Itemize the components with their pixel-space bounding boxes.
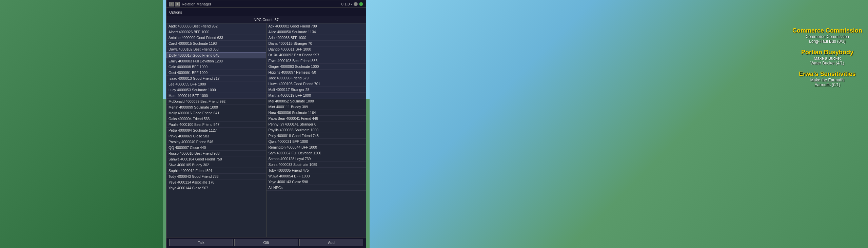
npc-right-item-5[interactable]: Dr. Xu 4000092 Best Friend 997 — [267, 52, 366, 58]
npc-right-item-28[interactable]: All NPCs — [267, 185, 366, 191]
npc-right-item-6[interactable]: Erwa 4000103 Best Friend 836 — [267, 58, 366, 64]
add-button[interactable]: Add — [299, 239, 363, 246]
quest-subtitle-1: Make a Bucket — [790, 56, 865, 61]
title-bar-icons: ≡ ⊕ — [169, 2, 180, 6]
quest-title-1[interactable]: Portian Busybody — [790, 49, 865, 56]
title-bar-left: ≡ ⊕ Relation Manager — [169, 2, 211, 6]
npc-left-item-5[interactable]: Dolly 4000017 Good Friend 645 — [166, 52, 266, 58]
title-bar-right: 0.1.0 - — [341, 2, 363, 6]
npc-left-item-19[interactable]: Pinky 4000069 Close 583 — [166, 133, 266, 139]
npc-right-item-24[interactable]: Sonia 4000033 Soulmate 1059 — [267, 162, 366, 168]
npc-left-item-22[interactable]: Russo 4000010 Best Friend 988 — [166, 151, 266, 156]
npc-left-item-8[interactable]: Gust 4000091 BFF 1000 — [166, 70, 266, 76]
npc-right-item-11[interactable]: Mali 4000117 Stranger 28 — [267, 87, 366, 93]
npc-left-item-12[interactable]: Mars 4000014 BFF 1000 — [166, 93, 266, 99]
npc-right-item-13[interactable]: Mei 4000052 Soulmate 1000 — [267, 98, 366, 104]
npc-right-item-10[interactable]: Liuwa 4000106 Good Friend 701 — [267, 81, 366, 87]
left-background — [0, 0, 163, 248]
npc-left-column: Aadit 4000038 Best Friend 952Albert 4000… — [166, 23, 267, 237]
npc-right-item-18[interactable]: Phyllis 4000035 Soulmate 1000 — [267, 127, 366, 133]
npc-left-item-21[interactable]: QQ 4000007 Close 440 — [166, 145, 266, 151]
npc-left-item-23[interactable]: Sanwa 4000104 Good Friend 750 — [166, 156, 266, 162]
npc-left-item-28[interactable]: Yoyo 4000144 Close 567 — [166, 185, 266, 191]
npc-right-item-15[interactable]: Nora 4000006 Soulmate 1164 — [267, 110, 366, 116]
npc-left-item-17[interactable]: Paulie 4000100 Best Friend 947 — [166, 122, 266, 128]
npc-right-item-1[interactable]: Alice 4000050 Soulmate 1134 — [267, 29, 366, 35]
npc-right-item-8[interactable]: Higgins 4000097 Nemesis -50 — [267, 70, 366, 75]
npc-right-item-27[interactable]: Yoyo 4000143 Close 598 — [267, 179, 366, 185]
world-icon[interactable]: ⊕ — [175, 2, 180, 6]
npc-count-bar: NPC Count: 57 — [166, 16, 366, 23]
quest-title-0[interactable]: Commerce Commission — [790, 27, 865, 34]
quest-item-2: Earmuffs (0/1) — [790, 82, 865, 87]
bottom-buttons: TalkGiftAdd — [166, 237, 366, 248]
npc-left-item-11[interactable]: Lucy 4000053 Soulmate 1000 — [166, 87, 266, 93]
npc-right-column: Ack 4000002 Good Friend 709Alice 4000050… — [267, 23, 366, 237]
npc-left-item-6[interactable]: Emily 4000003 Full Devotion 1200 — [166, 58, 266, 64]
npc-right-item-22[interactable]: Sam 4000067 Full Devotion 1200 — [267, 150, 366, 156]
quest-title-2[interactable]: Erwa's Sensitivities — [790, 71, 865, 78]
talk-button[interactable]: Talk — [169, 239, 233, 246]
quest-panel: Commerce Commission Commerce Commission … — [787, 0, 868, 248]
npc-left-item-13[interactable]: McDonald 4000059 Best Friend 992 — [166, 99, 266, 104]
quest-item-0: Long-Haul Bus (0/3) — [790, 39, 865, 44]
options-link[interactable]: Options — [169, 10, 182, 14]
npc-left-item-1[interactable]: Albert 4000026 BFF 1000 — [166, 29, 266, 35]
npc-right-item-14[interactable]: Mint 4000111 Buddy 389 — [267, 104, 366, 110]
quest-subtitle-0: Commerce Commission — [790, 34, 865, 39]
npc-right-item-2[interactable]: Arlo 4000063 BFF 1000 — [267, 35, 366, 41]
menu-icon[interactable]: ≡ — [169, 2, 174, 6]
npc-left-item-16[interactable]: Oaks 4000004 Friend 533 — [166, 116, 266, 122]
npc-left-item-2[interactable]: Antoine 4000009 Good Friend 633 — [166, 35, 266, 41]
minimize-button[interactable] — [359, 2, 363, 6]
npc-right-item-17[interactable]: Penny (?) 4000141 Stranger 0 — [267, 121, 366, 127]
quest-section-1: Portian Busybody Make a Bucket Water Buc… — [790, 49, 865, 65]
npc-right-item-23[interactable]: Scraps 4000128 Loyal 739 — [267, 156, 366, 162]
npc-left-item-9[interactable]: Isaac 4000013 Good Friend 717 — [166, 76, 266, 81]
npc-right-item-20[interactable]: Qiwa 4000021 BFF 1000 — [267, 139, 366, 145]
npc-left-item-18[interactable]: Petra 4000094 Soulmate 1127 — [166, 128, 266, 133]
npc-right-item-16[interactable]: Papa Bear 4000041 Friend 448 — [267, 116, 366, 121]
npc-right-item-3[interactable]: Diana 4000115 Stranger 70 — [267, 41, 366, 46]
options-bar: Options — [166, 8, 366, 16]
npc-left-item-10[interactable]: Lee 4000055 BFF 1000 — [166, 81, 266, 87]
separator: - — [351, 2, 352, 6]
gift-button[interactable]: Gift — [234, 239, 298, 246]
quest-subtitle-2: Make the Earmuffs — [790, 78, 865, 82]
npc-right-item-7[interactable]: Ginger 4000093 Soulmate 1000 — [267, 64, 366, 70]
npc-right-item-4[interactable]: Django 4000011 BFF 1000 — [267, 46, 366, 52]
npc-left-item-25[interactable]: Sophie 4000012 Friend 591 — [166, 168, 266, 174]
npc-left-item-4[interactable]: Dawa 4000102 Best Friend 853 — [166, 46, 266, 52]
quest-section-0: Commerce Commission Commerce Commission … — [790, 27, 865, 44]
version-text: 0.1.0 — [341, 2, 350, 6]
npc-right-item-0[interactable]: Ack 4000002 Good Friend 709 — [267, 23, 366, 29]
quest-section-2: Erwa's Sensitivities Make the Earmuffs E… — [790, 71, 865, 87]
npc-count-value: 57 — [275, 18, 279, 22]
npc-left-item-20[interactable]: Presley 4000040 Friend 546 — [166, 139, 266, 145]
npc-right-item-25[interactable]: Toby 4000005 Friend 475 — [267, 168, 366, 173]
npc-right-item-19[interactable]: Polly 4000018 Good Friend 748 — [267, 133, 366, 139]
npc-left-item-26[interactable]: Tody 4000043 Good Friend 788 — [166, 174, 266, 179]
npc-left-item-27[interactable]: Yeye 4000114 Associate 176 — [166, 179, 266, 185]
npc-left-item-14[interactable]: Merlin 4000099 Soulmate 1000 — [166, 104, 266, 110]
window-title: Relation Manager — [182, 2, 211, 6]
npc-count-label: NPC Count: — [254, 18, 274, 22]
title-bar: ≡ ⊕ Relation Manager 0.1.0 - — [166, 0, 366, 8]
npc-left-item-7[interactable]: Gale 4000008 BFF 1000 — [166, 64, 266, 70]
npc-right-item-12[interactable]: Martha 4000019 BFF 1000 — [267, 93, 366, 98]
npc-left-item-24[interactable]: Siwa 4000105 Buddy 302 — [166, 162, 266, 168]
npc-right-item-26[interactable]: Wuwa 4000054 BFF 1000 — [267, 173, 366, 179]
relation-manager-window: ≡ ⊕ Relation Manager 0.1.0 - Options NPC… — [166, 0, 366, 248]
npc-right-item-9[interactable]: Jack 4000098 Friend 579 — [267, 75, 366, 81]
npc-right-item-21[interactable]: Remington 4000044 BFF 1000 — [267, 145, 366, 150]
npc-left-item-15[interactable]: Molly 4000016 Good Friend 641 — [166, 110, 266, 116]
quest-item-1: Water Bucket (4/1) — [790, 61, 865, 65]
npc-list-container: Aadit 4000038 Best Friend 952Albert 4000… — [166, 23, 366, 237]
npc-left-item-0[interactable]: Aadit 4000038 Best Friend 952 — [166, 23, 266, 29]
npc-left-item-3[interactable]: Carol 4000015 Soulmate 1193 — [166, 41, 266, 46]
power-button[interactable] — [354, 2, 358, 6]
